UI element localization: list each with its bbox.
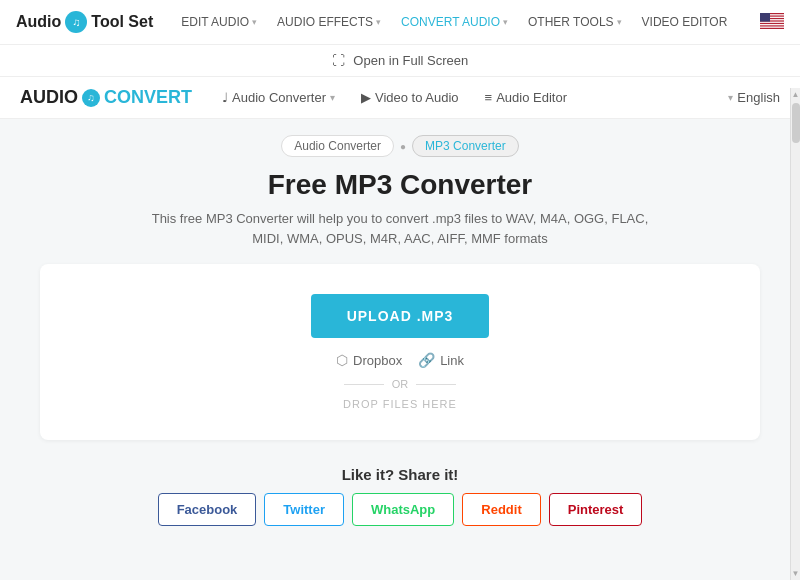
or-line-left xyxy=(344,384,384,385)
link-icon: 🔗 xyxy=(418,352,435,368)
sec-nav-audio-editor[interactable]: ≡ Audio Editor xyxy=(475,86,577,109)
or-line-right xyxy=(416,384,456,385)
language-selector[interactable]: ▾ English xyxy=(728,90,780,105)
chevron-down-icon: ▾ xyxy=(330,92,335,103)
editor-icon: ≡ xyxy=(485,90,493,105)
breadcrumb-separator: ● xyxy=(400,141,406,152)
nav-item-video-editor[interactable]: VIDEO EDITOR xyxy=(634,11,736,33)
logo-text-audio: Audio xyxy=(16,13,61,31)
top-nav: Audio ♫ Tool Set EDIT AUDIO ▾ AUDIO EFFE… xyxy=(0,0,800,45)
chevron-down-icon: ▾ xyxy=(617,17,622,27)
audio-convert-logo[interactable]: AUDIO ♫ CONVERT xyxy=(20,87,192,108)
fullscreen-label: Open in Full Screen xyxy=(353,53,468,68)
convert-text: CONVERT xyxy=(104,87,192,108)
chevron-down-icon: ▾ xyxy=(503,17,508,27)
breadcrumb-audio-converter[interactable]: Audio Converter xyxy=(281,135,394,157)
or-divider: OR xyxy=(60,378,740,390)
twitter-share-button[interactable]: Twitter xyxy=(264,493,344,526)
upload-area: UPLOAD .MP3 ⬡ Dropbox 🔗 Link OR DROP FIL… xyxy=(40,264,760,440)
upload-button[interactable]: UPLOAD .MP3 xyxy=(311,294,490,338)
music-note-icon: ♩ xyxy=(222,90,228,105)
logo-icon: ♫ xyxy=(65,11,87,33)
play-icon: ▶ xyxy=(361,90,371,105)
nav-item-audio-effects[interactable]: AUDIO EFFECTS ▾ xyxy=(269,11,389,33)
breadcrumb: Audio Converter ● MP3 Converter xyxy=(30,135,770,157)
sec-nav-items: ♩ Audio Converter ▾ ▶ Video to Audio ≡ A… xyxy=(212,86,728,109)
scroll-down-arrow[interactable]: ▼ xyxy=(791,567,800,580)
page-description: This free MP3 Converter will help you to… xyxy=(140,209,660,248)
pinterest-share-button[interactable]: Pinterest xyxy=(549,493,643,526)
expand-icon: ⛶ xyxy=(332,53,345,68)
nav-item-convert-audio[interactable]: CONVERT AUDIO ▾ xyxy=(393,11,516,33)
share-buttons: Facebook Twitter WhatsApp Reddit Pintere… xyxy=(30,493,770,526)
sec-nav-video-to-audio[interactable]: ▶ Video to Audio xyxy=(351,86,469,109)
svg-rect-7 xyxy=(760,13,770,22)
secondary-nav: AUDIO ♫ CONVERT ♩ Audio Converter ▾ ▶ Vi… xyxy=(0,77,800,119)
reddit-share-button[interactable]: Reddit xyxy=(462,493,540,526)
breadcrumb-mp3-converter[interactable]: MP3 Converter xyxy=(412,135,519,157)
share-title: Like it? Share it! xyxy=(30,466,770,483)
share-section: Like it? Share it! Facebook Twitter What… xyxy=(30,456,770,536)
dropbox-option[interactable]: ⬡ Dropbox xyxy=(336,352,402,368)
chevron-down-icon: ▾ xyxy=(376,17,381,27)
chevron-down-icon: ▾ xyxy=(252,17,257,27)
scroll-up-arrow[interactable]: ▲ xyxy=(791,88,800,101)
sec-nav-audio-converter[interactable]: ♩ Audio Converter ▾ xyxy=(212,86,345,109)
fullscreen-bar[interactable]: ⛶ Open in Full Screen xyxy=(0,45,800,77)
dropbox-icon: ⬡ xyxy=(336,352,348,368)
audio-text: AUDIO xyxy=(20,87,78,108)
chevron-down-icon: ▾ xyxy=(728,92,733,103)
nav-items: EDIT AUDIO ▾ AUDIO EFFECTS ▾ CONVERT AUD… xyxy=(173,11,752,33)
logo[interactable]: Audio ♫ Tool Set xyxy=(16,11,153,33)
scrollbar[interactable]: ▲ ▼ xyxy=(790,88,800,580)
language-flag[interactable] xyxy=(760,13,784,32)
drop-zone-text[interactable]: DROP FILES HERE xyxy=(60,398,740,410)
svg-rect-4 xyxy=(760,21,784,22)
us-flag-icon xyxy=(760,13,784,29)
logo-text-toolset: Tool Set xyxy=(91,13,153,31)
main-content: Audio Converter ● MP3 Converter Free MP3… xyxy=(0,119,800,580)
upload-options: ⬡ Dropbox 🔗 Link xyxy=(60,352,740,368)
link-option[interactable]: 🔗 Link xyxy=(418,352,464,368)
nav-item-edit-audio[interactable]: EDIT AUDIO ▾ xyxy=(173,11,265,33)
whatsapp-share-button[interactable]: WhatsApp xyxy=(352,493,454,526)
scrollbar-thumb[interactable] xyxy=(792,103,800,143)
svg-rect-6 xyxy=(760,26,784,27)
nav-item-other-tools[interactable]: OTHER TOOLS ▾ xyxy=(520,11,630,33)
page-title: Free MP3 Converter xyxy=(30,169,770,201)
facebook-share-button[interactable]: Facebook xyxy=(158,493,257,526)
ac-logo-icon: ♫ xyxy=(82,89,100,107)
svg-rect-5 xyxy=(760,24,784,25)
